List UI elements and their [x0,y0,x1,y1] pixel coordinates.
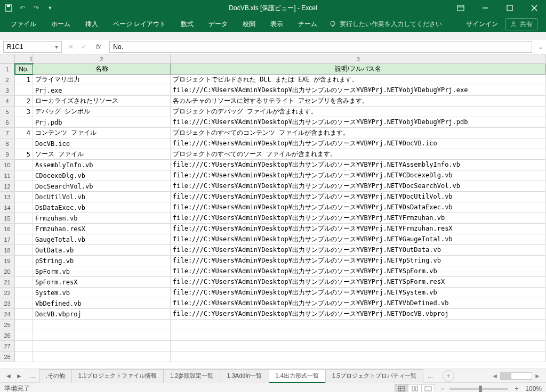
row-header[interactable]: 13 [0,192,15,202]
tab-scroll-left-icon[interactable]: ◄ [492,372,498,380]
row-header[interactable]: 12 [0,181,15,191]
cell-no[interactable] [15,170,33,181]
add-sheet-button[interactable]: ＋ [443,370,454,382]
cell-desc[interactable]: プロジェクトのすべてのソース ファイルが含まれます。 [171,149,546,159]
cell-no[interactable] [15,234,33,244]
row-header[interactable]: 5 [0,107,15,117]
row-header[interactable]: 4 [0,96,15,106]
cell-name[interactable]: OutData.vb [33,245,171,255]
row-header[interactable]: 26 [0,330,15,340]
tab-file[interactable]: ファイル [3,16,44,32]
cell-name[interactable]: Frmzuhan.vb [33,213,171,223]
cell-desc[interactable]: プロジェクトのデバッグ ファイルが含まれます。 [171,107,546,117]
undo-icon[interactable]: ↶ [18,4,27,12]
sheet-tab[interactable]: 1.4出力形式一覧 [269,369,326,383]
tab-scroll-right-icon[interactable]: ► [534,372,541,380]
cell-no[interactable] [15,202,33,213]
cell-desc[interactable]: file:///C:¥Users¥Admin¥Desktop¥出力サンプルのソー… [171,170,546,181]
cell-desc[interactable]: file:///C:¥Users¥Admin¥Desktop¥出力サンプルのソー… [171,213,546,223]
tab-nav-next-icon[interactable]: ► [16,372,22,380]
row-header[interactable]: 3 [0,85,15,95]
cell-desc[interactable]: 各カルチャのリソースに対するサテライト アセンブリを含みます。 [171,96,546,106]
cell-desc[interactable] [171,341,546,351]
cell-desc[interactable] [171,352,546,362]
cell-name[interactable]: Prj.exe [33,85,171,95]
row-header[interactable]: 27 [0,341,15,351]
cell-header-name[interactable]: 名称 [33,64,171,75]
close-button[interactable] [523,0,546,16]
cell-desc[interactable]: file:///C:¥Users¥Admin¥Desktop¥出力サンプルのソー… [171,181,546,191]
formula-input[interactable]: No. [109,41,532,53]
cell-name[interactable] [33,320,171,330]
worksheet-grid[interactable]: 1 2 3 1 No. 名称 説明/フルパス名 2 1 プライマリ出力 プロジェ… [0,54,546,369]
sheet-tab[interactable]: .その他 [39,369,72,383]
cell-name[interactable]: System.vb [33,288,171,298]
cell-no[interactable] [15,224,33,234]
cell-name[interactable]: SpForm.vb [33,266,171,276]
cell-name[interactable]: GaugeTotal.vb [33,234,171,244]
row-header[interactable]: 10 [0,160,15,170]
cell-no[interactable]: 4 [15,128,33,138]
view-normal-button[interactable] [395,384,408,393]
cell-desc[interactable]: file:///C:¥Users¥Admin¥Desktop¥出力サンプルのソー… [171,309,546,319]
col-header-3[interactable]: 3 [171,54,546,63]
tab-insert[interactable]: 挿入 [78,16,106,32]
cell-no[interactable] [15,320,33,330]
cell-no[interactable] [15,352,33,362]
cell-name[interactable]: Prj.pdb [33,117,171,127]
zoom-out-button[interactable]: − [440,385,444,393]
cell-no[interactable] [15,85,33,95]
cell-name[interactable] [33,352,171,362]
cell-no[interactable] [15,138,33,149]
row-header[interactable]: 19 [0,256,15,266]
cell-desc[interactable]: file:///C:¥Users¥Admin¥Desktop¥出力サンプルのソー… [171,288,546,298]
cell-no[interactable] [15,309,33,319]
cell-no[interactable] [15,117,33,127]
cell-desc[interactable]: file:///C:¥Users¥Admin¥Desktop¥出力サンプルのソー… [171,256,546,266]
cell-no[interactable] [15,245,33,255]
tab-review[interactable]: 校閲 [235,16,263,32]
chevron-down-icon[interactable]: ▾ [55,43,58,51]
cell-no[interactable] [15,341,33,351]
cell-name[interactable]: DocVB.vbproj [33,309,171,319]
view-page-layout-button[interactable] [408,384,422,393]
tabs-overflow-left[interactable]: ... [26,372,39,380]
row-header[interactable]: 25 [0,320,15,330]
cell-name[interactable]: DocSearchVol.vb [33,181,171,191]
cell-name[interactable]: プライマリ出力 [33,75,171,85]
tab-view[interactable]: 表示 [263,16,291,32]
cell-name[interactable]: CDocexeDlg.vb [33,170,171,181]
name-box[interactable]: R1C1 ▾ [3,41,62,53]
tab-data[interactable]: データ [201,16,235,32]
cell-name[interactable]: DocVB.ico [33,138,171,149]
tab-hscrollbar[interactable] [500,372,532,380]
tab-nav-prev-icon[interactable]: ◄ [5,372,12,380]
cell-desc[interactable]: file:///C:¥Users¥Admin¥Desktop¥出力サンプルのソー… [171,298,546,308]
cell-no[interactable] [15,256,33,266]
row-header[interactable]: 7 [0,128,15,138]
row-header[interactable]: 1 [0,64,15,75]
zoom-level[interactable]: 100% [525,385,542,393]
view-page-break-button[interactable] [421,384,435,393]
tell-me-search[interactable]: 実行したい作業を入力してください [329,20,442,29]
cell-name[interactable] [33,341,171,351]
cell-no[interactable]: 5 [15,149,33,159]
minimize-button[interactable] [473,0,497,16]
cell-name[interactable]: Frmzuhan.resX [33,224,171,234]
cell-name[interactable] [33,330,171,340]
row-header[interactable]: 21 [0,277,15,287]
cell-desc[interactable]: file:///C:¥Users¥Admin¥Desktop¥出力サンプルのソー… [171,85,546,95]
cell-no[interactable] [15,213,33,223]
row-header[interactable]: 18 [0,245,15,255]
sheet-tab[interactable]: 1.2参照設定一覧 [163,369,220,383]
cell-name[interactable]: コンテンツ ファイル [33,128,171,138]
tabs-overflow-right[interactable]: ... [423,372,437,380]
row-header[interactable]: 20 [0,266,15,276]
enter-formula-icon[interactable]: ✓ [81,43,86,51]
cell-desc[interactable]: file:///C:¥Users¥Admin¥Desktop¥出力サンプルのソー… [171,234,546,244]
cell-name[interactable]: DsDataExec.vb [33,202,171,213]
cell-desc[interactable]: file:///C:¥Users¥Admin¥Desktop¥出力サンプルのソー… [171,266,546,276]
row-header[interactable]: 8 [0,138,15,149]
qat-dropdown-icon[interactable]: ▼ [46,4,54,12]
cell-no[interactable] [15,298,33,308]
